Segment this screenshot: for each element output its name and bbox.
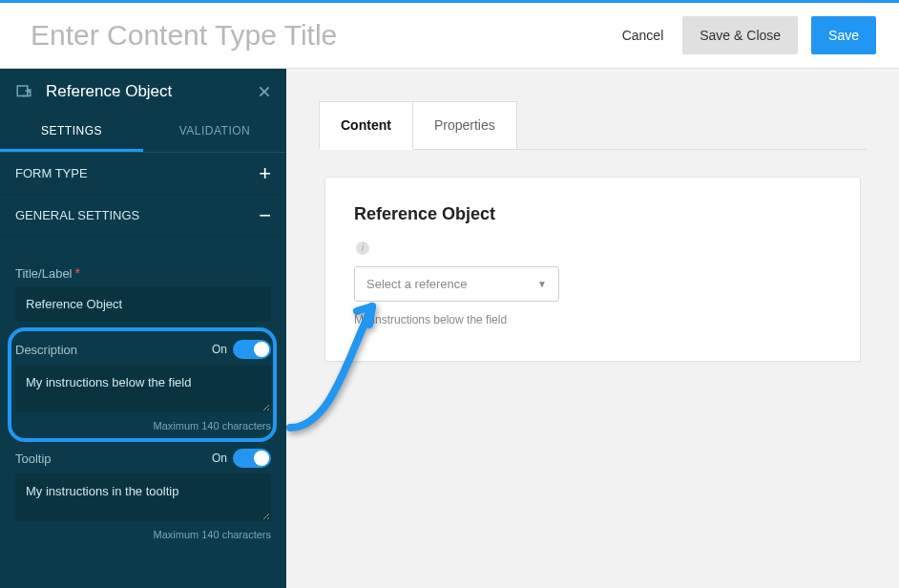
section-label: FORM TYPE — [15, 166, 88, 180]
char-hint: Maximum 140 characters — [15, 529, 271, 540]
toggle-state: On — [212, 343, 227, 356]
description-input[interactable] — [15, 365, 271, 412]
sidebar-header: Reference Object — [0, 69, 286, 111]
tab-settings[interactable]: SETTINGS — [0, 111, 143, 152]
title-input[interactable] — [15, 286, 271, 322]
main-area: Content Properties Reference Object i Se… — [286, 69, 899, 588]
top-bar: Enter Content Type Title Cancel Save & C… — [0, 0, 899, 69]
card-title: Reference Object — [354, 204, 831, 224]
section-label: GENERAL SETTINGS — [15, 208, 139, 222]
main-tabs: Content Properties — [319, 101, 867, 150]
section-general-settings[interactable]: GENERAL SETTINGS − — [0, 195, 286, 237]
chevron-down-icon: ▼ — [537, 279, 547, 289]
save-button[interactable]: Save — [811, 16, 876, 54]
minus-icon: − — [259, 209, 271, 222]
tooltip-toggle[interactable] — [233, 449, 271, 468]
save-and-close-button[interactable]: Save & Close — [682, 16, 798, 54]
description-toggle[interactable] — [233, 340, 271, 359]
content-type-title-input[interactable]: Enter Content Type Title — [23, 13, 617, 57]
select-placeholder: Select a reference — [366, 277, 468, 291]
description-label: Description — [15, 343, 77, 357]
general-settings-panel: Title/Label* Description On Maximum 140 … — [0, 237, 286, 540]
title-label: Title/Label* — [15, 265, 271, 281]
tab-content[interactable]: Content — [319, 101, 413, 150]
close-icon[interactable] — [258, 85, 271, 98]
tab-validation[interactable]: VALIDATION — [143, 111, 286, 152]
toggle-state: On — [212, 452, 227, 465]
reference-select[interactable]: Select a reference ▼ — [354, 266, 559, 302]
reference-icon — [15, 83, 32, 100]
section-form-type[interactable]: FORM TYPE + — [0, 153, 286, 195]
reference-card: Reference Object i Select a reference ▼ … — [324, 177, 861, 362]
cancel-button[interactable]: Cancel — [617, 18, 670, 52]
tooltip-label: Tooltip — [15, 452, 52, 466]
helper-text: My instructions below the field — [354, 313, 831, 326]
top-actions: Cancel Save & Close Save — [617, 16, 876, 54]
plus-icon: + — [259, 167, 271, 180]
tooltip-input[interactable] — [15, 473, 271, 521]
sidebar-tabs: SETTINGS VALIDATION — [0, 111, 286, 153]
required-icon: * — [75, 265, 80, 281]
info-icon[interactable]: i — [356, 242, 369, 255]
tab-properties[interactable]: Properties — [413, 101, 517, 149]
char-hint: Maximum 140 characters — [15, 420, 271, 431]
sidebar: Reference Object SETTINGS VALIDATION FOR… — [0, 69, 286, 588]
sidebar-title: Reference Object — [46, 82, 258, 101]
